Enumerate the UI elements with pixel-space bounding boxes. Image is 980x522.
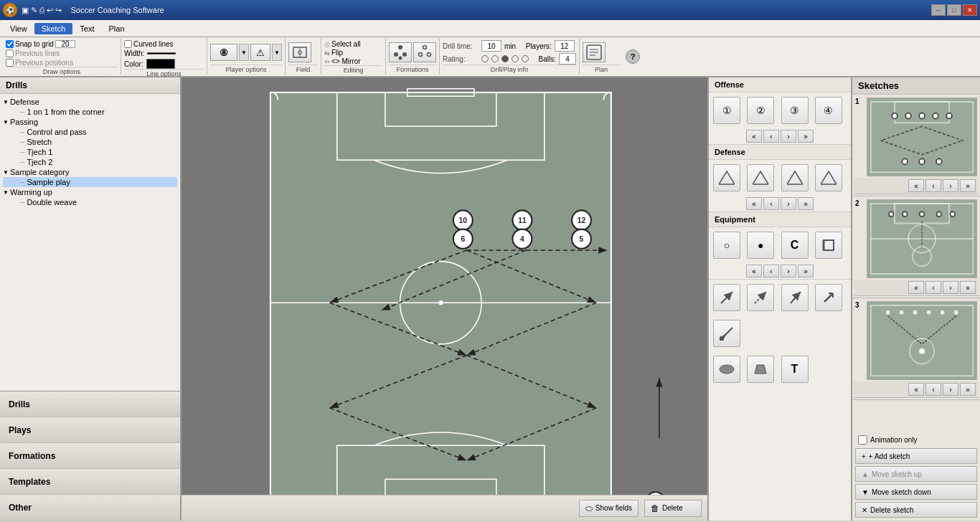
equipment-btn-circle[interactable]: ○ [713,232,740,259]
tree-tjech2[interactable]: ─ Tjech 2 [3,157,177,167]
tree-1on1[interactable]: ─ 1 on 1 from the corner [3,107,177,117]
tree-defense[interactable]: ▼ Defense [3,97,177,107]
offense-nav-prev[interactable]: ‹ [763,130,779,143]
sidebar-drills-btn[interactable]: Drills [0,392,180,417]
defense-nav-first[interactable]: « [746,197,762,210]
sketch-item-1[interactable]: 1 « ‹ › » [852,95,980,196]
add-sketch-button[interactable]: + + Add sketch [855,448,977,464]
equipment-btn-goal[interactable] [815,232,842,259]
sidebar-plays-btn[interactable]: Plays [0,417,180,443]
formations-btn-1[interactable] [389,42,412,62]
menu-plan[interactable]: Plan [101,23,131,34]
delete-button[interactable]: 🗑 Delete [644,500,702,517]
sidebar-templates-btn[interactable]: Templates [0,469,180,495]
defense-nav-next[interactable]: › [781,197,796,210]
equipment-nav-next[interactable]: › [781,265,796,277]
menu-sketch[interactable]: Sketch [34,23,73,34]
sidebar-formations-btn[interactable]: Formations [0,443,180,469]
offense-btn-1[interactable]: ① [713,97,740,124]
player-btn-1[interactable]: ⑧ [210,44,237,61]
player-dropdown-2[interactable]: ▼ [272,44,282,61]
grid-value-input[interactable] [55,40,75,48]
tree-sample-cat[interactable]: ▼ Sample category [3,167,177,177]
help-button[interactable]: ? [626,49,640,64]
drill-time-input[interactable] [481,40,501,52]
defense-btn-3[interactable] [781,164,809,191]
minimize-button[interactable]: ─ [931,4,946,16]
shape-btn-ellipse[interactable] [713,356,740,383]
tree-warming[interactable]: ▼ Warming up [3,187,177,197]
menu-view[interactable]: View [3,23,34,34]
tree-double-weave[interactable]: ─ Double weave [3,197,177,207]
tree-control[interactable]: ─ Control and pass [3,127,177,137]
move-sketch-up-button[interactable]: ▲ Move sketch up [855,466,977,482]
arrow-btn-2[interactable] [747,284,774,311]
maximize-button[interactable]: □ [947,4,961,16]
sketch-item-3[interactable]: 3 « ‹ › » [852,298,980,400]
field-area[interactable]: 10 11 12 6 4 5 3 9 1 7 2 8 [182,77,707,521]
formations-btn-2[interactable] [413,42,436,62]
arrow-btn-1[interactable] [713,284,740,311]
menu-text[interactable]: Text [72,23,101,34]
sketch-3-prev[interactable]: ‹ [925,383,941,396]
color-selector[interactable] [146,59,175,69]
equipment-nav-first[interactable]: « [746,265,762,277]
offense-nav-last[interactable]: » [798,130,814,143]
player-dropdown[interactable]: ▼ [239,44,249,61]
sketch-3-next[interactable]: › [943,383,958,396]
equipment-nav-last[interactable]: » [798,265,814,277]
delete-sketch-button[interactable]: ✕ Delete sketch [855,502,977,518]
offense-nav-first[interactable]: « [746,130,762,143]
balls-input[interactable] [559,53,576,65]
sketch-1-first[interactable]: « [908,179,924,192]
players-input[interactable] [555,40,575,52]
sketch-2-prev[interactable]: ‹ [925,281,941,294]
offense-nav-next[interactable]: › [781,130,796,143]
tree-passing[interactable]: ▼ Passing [3,117,177,127]
tree-tjech1[interactable]: ─ Tjech 1 [3,147,177,157]
offense-btn-2[interactable]: ② [747,97,774,124]
mirror-item[interactable]: ⇔ <> Mirror [324,57,361,65]
shape-btn-text[interactable]: T [781,356,809,383]
defense-btn-1[interactable] [713,164,740,191]
equipment-nav-prev[interactable]: ‹ [763,265,779,277]
field-btn[interactable] [288,42,311,62]
curved-lines-checkbox[interactable]: Curved lines [124,40,174,48]
sketch-2-first[interactable]: « [908,281,924,294]
previous-positions-checkbox[interactable]: Previous positions [6,59,73,67]
animation-only-checkbox[interactable] [858,435,867,445]
defense-nav-prev[interactable]: ‹ [763,197,779,210]
shape-btn-trapezoid[interactable] [747,356,774,383]
tree-sample-play[interactable]: ─ Sample play [3,177,177,187]
move-sketch-down-button[interactable]: ▼ Move sketch down [855,484,977,500]
player-btn-2[interactable]: ⚠ [250,44,270,61]
sketch-3-last[interactable]: » [960,383,976,396]
defense-btn-2[interactable] [747,164,774,191]
offense-btn-3[interactable]: ③ [781,97,809,124]
equipment-btn-c[interactable]: C [781,232,809,259]
snap-to-grid-checkbox[interactable]: Snap to grid [6,40,75,48]
sketch-1-next[interactable]: › [943,179,958,192]
sketch-3-first[interactable]: « [908,383,924,396]
sketch-2-next[interactable]: › [943,281,958,294]
equipment-btn-dot[interactable]: ● [747,232,774,259]
sidebar-other-btn[interactable]: Other [0,495,180,521]
close-button[interactable]: ✕ [963,4,977,16]
sketch-1-last[interactable]: » [960,179,976,192]
flip-item[interactable]: ⇆ Flip [324,49,343,57]
defense-btn-4[interactable] [815,164,842,191]
sketch-2-last[interactable]: » [960,281,976,294]
arrow-btn-5[interactable] [713,320,740,347]
tree-stretch[interactable]: ─ Stretch [3,137,177,147]
previous-lines-checkbox[interactable]: Previous lines [6,49,60,57]
window-controls[interactable]: ─ □ ✕ [931,4,977,16]
plan-btn[interactable] [583,42,606,62]
defense-nav-last[interactable]: » [798,197,814,210]
show-fields-button[interactable]: ⬭ Show fields [579,500,639,517]
sketch-item-2[interactable]: 2 « ‹ › » [852,196,980,298]
sketch-1-prev[interactable]: ‹ [925,179,941,192]
select-all-item[interactable]: ◎ Select all [324,40,361,48]
offense-btn-4[interactable]: ④ [815,97,842,124]
arrow-btn-3[interactable] [781,284,809,311]
arrow-btn-4[interactable] [815,284,842,311]
